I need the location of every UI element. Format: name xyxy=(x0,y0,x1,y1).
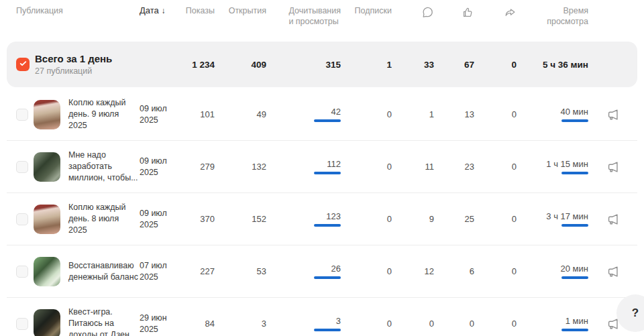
summary-likes: 67 xyxy=(434,60,474,70)
watch-time-cell: 1 мин xyxy=(517,316,588,331)
thumb-up-icon xyxy=(462,7,474,16)
publication-title[interactable]: Восстанавливаю денежный баланс xyxy=(67,260,140,283)
select-all-checkbox[interactable] xyxy=(16,58,30,71)
table-row: Квест-игра. Питаюсь на доходы от Дзен ..… xyxy=(7,297,637,336)
shares-value: 0 xyxy=(474,109,517,119)
table-row: Коплю каждый день. 8 июля 2025 09 июл 20… xyxy=(7,192,637,245)
row-checkbox[interactable] xyxy=(16,318,28,330)
col-date-sort[interactable]: Дата ↓ xyxy=(140,5,178,17)
row-checkbox[interactable] xyxy=(16,161,28,173)
impressions-value: 227 xyxy=(178,266,215,276)
table-row: Коплю каждый день. 9 июля 2025 09 июл 20… xyxy=(7,89,637,140)
subscriptions-value: 0 xyxy=(341,266,392,276)
col-date-label: Дата xyxy=(140,5,159,15)
col-time-line2: просмотра xyxy=(547,17,588,26)
reads-cell: 3 xyxy=(266,316,341,331)
col-shares xyxy=(474,5,517,19)
reads-value: 26 xyxy=(331,264,341,274)
publication-title[interactable]: Коплю каждый день. 9 июля 2025 xyxy=(67,97,140,131)
rows-list: Коплю каждый день. 9 июля 2025 09 июл 20… xyxy=(7,89,637,336)
shares-value: 0 xyxy=(474,162,517,172)
reads-cell: 112 xyxy=(266,159,341,174)
promote-megaphone-button[interactable] xyxy=(606,107,621,122)
sort-descending-icon: ↓ xyxy=(161,6,165,15)
watch-time-value: 40 мин xyxy=(561,107,588,117)
opens-value: 132 xyxy=(215,162,266,172)
publication-date: 09 июл 2025 xyxy=(140,156,178,178)
reads-value: 3 xyxy=(336,316,341,326)
watch-time-value: 1 мин xyxy=(566,316,588,326)
col-opens: Открытия xyxy=(215,5,266,16)
comments-value: 12 xyxy=(392,266,434,276)
likes-value: 25 xyxy=(434,214,474,224)
table-row: Мне надо заработать миллион, чтобы... 09… xyxy=(7,140,637,192)
watch-time-progress-bar xyxy=(561,119,588,122)
watch-time-cell: 20 мин xyxy=(517,264,588,279)
shares-value: 0 xyxy=(474,214,517,224)
publication-title[interactable]: Квест-игра. Питаюсь на доходы от Дзен ..… xyxy=(67,306,140,336)
publication-thumbnail[interactable] xyxy=(34,257,60,286)
row-checkbox[interactable] xyxy=(16,266,28,278)
col-reads-line2: и просмотры xyxy=(288,17,338,26)
publication-thumbnail[interactable] xyxy=(34,205,60,234)
publication-title[interactable]: Коплю каждый день. 8 июля 2025 xyxy=(67,202,140,236)
comments-value: 9 xyxy=(392,214,434,224)
reads-cell: 42 xyxy=(266,107,341,122)
summary-opens: 409 xyxy=(215,60,266,70)
summary-reads: 315 xyxy=(266,60,341,70)
publications-stats-table: Публикация Дата ↓ Показы Открытия Дочиты… xyxy=(7,0,637,336)
share-arrow-icon xyxy=(504,7,517,16)
watch-time-cell: 40 мин xyxy=(517,107,588,122)
reads-progress-bar xyxy=(314,119,341,122)
promote-megaphone-button[interactable] xyxy=(606,160,621,174)
likes-value: 23 xyxy=(434,162,474,172)
reads-cell: 123 xyxy=(266,211,341,227)
subscriptions-value: 0 xyxy=(341,214,392,224)
col-impressions: Показы xyxy=(178,5,215,16)
summary-comments: 33 xyxy=(392,60,434,70)
summary-title: Всего за 1 день xyxy=(35,53,140,66)
row-checkbox[interactable] xyxy=(16,109,28,121)
likes-value: 6 xyxy=(434,266,474,276)
publication-thumbnail[interactable] xyxy=(34,152,60,182)
col-likes xyxy=(434,5,474,19)
shares-value: 0 xyxy=(474,266,517,276)
reads-cell: 26 xyxy=(266,264,341,279)
likes-value: 13 xyxy=(434,109,474,119)
reads-value: 112 xyxy=(327,159,341,169)
opens-value: 49 xyxy=(215,109,266,119)
row-checkbox[interactable] xyxy=(16,213,28,225)
promote-megaphone-button[interactable] xyxy=(606,212,621,227)
publication-date: 09 июл 2025 xyxy=(140,103,178,126)
reads-progress-bar xyxy=(314,172,341,174)
table-row: Восстанавливаю денежный баланс 07 июл 20… xyxy=(7,245,637,297)
publication-date: 09 июл 2025 xyxy=(140,208,178,231)
promote-megaphone-button[interactable] xyxy=(606,264,621,279)
col-reads: Дочитывания и просмотры xyxy=(266,5,341,27)
comments-value: 0 xyxy=(392,319,434,329)
publication-date: 07 июл 2025 xyxy=(140,260,178,283)
watch-time-value: 20 мин xyxy=(561,264,588,274)
publication-thumbnail[interactable] xyxy=(34,309,60,336)
subscriptions-value: 0 xyxy=(341,109,392,119)
opens-value: 53 xyxy=(215,266,266,276)
impressions-value: 84 xyxy=(178,319,215,329)
table-header: Публикация Дата ↓ Показы Открытия Дочиты… xyxy=(7,0,637,35)
col-comments xyxy=(392,5,434,19)
reads-progress-bar xyxy=(314,276,341,279)
shares-value: 0 xyxy=(474,319,517,329)
impressions-value: 370 xyxy=(178,214,215,224)
watch-time-progress-bar xyxy=(561,329,588,331)
subscriptions-value: 0 xyxy=(341,319,392,329)
watch-time-progress-bar xyxy=(561,276,588,279)
watch-time-progress-bar xyxy=(561,224,588,227)
col-time-line1: Время xyxy=(563,6,588,15)
summary-publication-count: 27 публикаций xyxy=(35,66,140,76)
publication-thumbnail[interactable] xyxy=(34,100,60,129)
watch-time-cell: 1 ч 15 мин xyxy=(517,159,588,174)
publication-title[interactable]: Мне надо заработать миллион, чтобы... xyxy=(67,150,140,184)
summary-impressions: 1 234 xyxy=(178,60,215,70)
watch-time-progress-bar xyxy=(561,172,588,174)
summary-subscriptions: 1 xyxy=(341,60,392,70)
likes-value: 0 xyxy=(434,319,474,329)
